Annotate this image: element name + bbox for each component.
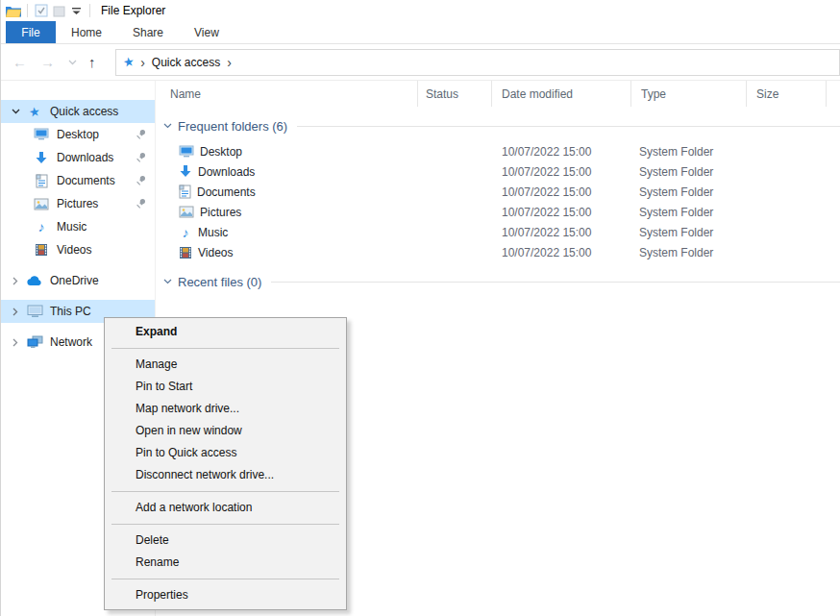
- column-header-name[interactable]: Name: [156, 81, 418, 107]
- sidebar-spacer: [1, 261, 155, 269]
- sidebar-item-label: Pictures: [57, 197, 98, 210]
- group-header-frequent-folders[interactable]: Frequent folders (6): [156, 114, 840, 137]
- sidebar-item-desktop[interactable]: Desktop: [1, 123, 155, 146]
- sidebar-item-onedrive[interactable]: OneDrive: [1, 269, 155, 292]
- file-type: System Folder: [639, 165, 840, 179]
- window-title: File Explorer: [101, 4, 165, 17]
- menu-item-properties[interactable]: Properties: [105, 584, 346, 606]
- this-pc-monitor-icon: [26, 305, 43, 318]
- pin-icon[interactable]: [135, 128, 147, 140]
- column-header-size[interactable]: Size: [747, 81, 827, 107]
- tab-home[interactable]: Home: [56, 21, 117, 43]
- file-type: System Folder: [639, 206, 840, 219]
- file-name: Music: [198, 226, 228, 239]
- chevron-right-icon[interactable]: [9, 338, 22, 347]
- network-icon: [26, 335, 43, 349]
- menu-item-disconnect-network-drive[interactable]: Disconnect network drive...: [105, 464, 346, 486]
- menu-item-map-network-drive[interactable]: Map network drive...: [105, 398, 346, 420]
- breadcrumb-chevron-icon[interactable]: ›: [140, 56, 145, 69]
- file-date-modified: 10/07/2022 15:00: [502, 206, 639, 219]
- file-type: System Folder: [639, 226, 840, 239]
- desktop-icon: [33, 128, 50, 141]
- column-header-type[interactable]: Type: [631, 81, 747, 107]
- file-row-music[interactable]: ♪ Music 10/07/2022 15:00 System Folder: [156, 222, 840, 242]
- frequent-folders-list: Desktop 10/07/2022 15:00 System Folder D…: [156, 141, 840, 262]
- menu-item-expand[interactable]: Expand: [105, 321, 346, 343]
- menu-separator: [111, 524, 339, 525]
- menu-item-manage[interactable]: Manage: [105, 354, 346, 376]
- menu-item-delete[interactable]: Delete: [105, 530, 346, 552]
- pin-icon[interactable]: [135, 151, 147, 163]
- quick-access-icon: ★: [122, 54, 136, 69]
- address-bar[interactable]: ★ › Quick access ›: [115, 49, 840, 76]
- onedrive-cloud-icon: [26, 276, 43, 286]
- tab-file[interactable]: File: [6, 21, 56, 43]
- downloads-icon: [179, 164, 192, 179]
- titlebar-separator: [27, 4, 28, 17]
- pictures-icon: [179, 206, 194, 218]
- column-header-date-modified[interactable]: Date modified: [492, 81, 631, 107]
- file-date-modified: 10/07/2022 15:00: [502, 165, 639, 179]
- sidebar-item-videos[interactable]: Videos: [1, 238, 155, 261]
- file-row-downloads[interactable]: Downloads 10/07/2022 15:00 System Folder: [156, 161, 840, 182]
- forward-button[interactable]: →: [40, 55, 55, 69]
- file-name: Documents: [197, 185, 256, 199]
- customize-quick-access-toolbar-icon[interactable]: [67, 2, 85, 19]
- menu-item-pin-to-start[interactable]: Pin to Start: [105, 376, 346, 398]
- group-header-recent-files[interactable]: Recent files (0): [156, 270, 840, 293]
- videos-film-icon: [179, 246, 192, 259]
- pin-icon[interactable]: [135, 197, 147, 209]
- file-date-modified: 10/07/2022 15:00: [502, 145, 639, 159]
- menu-separator: [111, 491, 339, 492]
- chevron-down-icon[interactable]: [9, 109, 22, 114]
- sidebar-item-documents[interactable]: Documents: [1, 169, 155, 192]
- menu-item-open-in-new-window[interactable]: Open in new window: [105, 420, 346, 442]
- chevron-right-icon[interactable]: [9, 308, 22, 316]
- column-header-status[interactable]: Status: [418, 81, 492, 107]
- sidebar-spacer: [1, 292, 155, 300]
- sidebar-item-quick-access[interactable]: ★ Quick access: [1, 100, 155, 123]
- breadcrumb-chevron-icon[interactable]: ›: [227, 56, 232, 69]
- videos-film-icon: [33, 243, 50, 257]
- back-button[interactable]: ←: [12, 55, 27, 69]
- menu-separator: [111, 348, 339, 349]
- menu-item-add-network-location[interactable]: Add a network location: [105, 497, 346, 519]
- up-button[interactable]: ↑: [88, 55, 96, 69]
- tab-view[interactable]: View: [179, 21, 235, 43]
- chevron-down-icon[interactable]: [163, 123, 172, 129]
- file-row-videos[interactable]: Videos 10/07/2022 15:00 System Folder: [156, 242, 840, 262]
- breadcrumb-quick-access[interactable]: Quick access: [152, 56, 220, 69]
- documents-icon: [33, 174, 50, 188]
- chevron-right-icon[interactable]: [9, 277, 22, 285]
- file-row-pictures[interactable]: Pictures 10/07/2022 15:00 System Folder: [156, 202, 840, 222]
- sidebar-item-label: Desktop: [57, 128, 99, 141]
- documents-icon: [179, 185, 191, 199]
- chevron-down-icon[interactable]: [163, 279, 172, 284]
- this-pc-context-menu: Expand Manage Pin to Start Map network d…: [104, 317, 347, 610]
- sidebar-item-label: Network: [50, 335, 92, 349]
- pin-icon[interactable]: [135, 174, 147, 186]
- menu-item-rename[interactable]: Rename: [105, 552, 346, 574]
- music-note-icon: ♪: [33, 219, 50, 234]
- recent-locations-chevron-icon[interactable]: [68, 60, 77, 65]
- file-row-documents[interactable]: Documents 10/07/2022 15:00 System Folder: [156, 182, 840, 202]
- file-date-modified: 10/07/2022 15:00: [502, 185, 639, 199]
- file-explorer-app-icon: [5, 2, 22, 19]
- file-name: Downloads: [198, 165, 255, 179]
- new-folder-quick-button[interactable]: [50, 2, 67, 19]
- sidebar-item-label: Quick access: [50, 105, 118, 118]
- group-label[interactable]: Frequent folders (6): [178, 119, 287, 134]
- sidebar-item-pictures[interactable]: Pictures: [1, 192, 155, 215]
- tab-share[interactable]: Share: [117, 21, 179, 43]
- properties-quick-button[interactable]: [33, 2, 50, 19]
- file-explorer-window: File Explorer File Home Share View ← → ↑…: [0, 0, 840, 616]
- menu-item-pin-to-quick-access[interactable]: Pin to Quick access: [105, 442, 346, 464]
- file-row-desktop[interactable]: Desktop 10/07/2022 15:00 System Folder: [156, 141, 840, 161]
- sidebar-item-label: This PC: [50, 305, 91, 318]
- sidebar-item-downloads[interactable]: Downloads: [1, 146, 155, 169]
- group-divider: [297, 126, 840, 127]
- sidebar-item-music[interactable]: ♪ Music: [1, 215, 155, 238]
- group-label[interactable]: Recent files (0): [178, 275, 261, 289]
- quick-access-star-icon: ★: [26, 105, 43, 119]
- menu-separator: [111, 579, 339, 579]
